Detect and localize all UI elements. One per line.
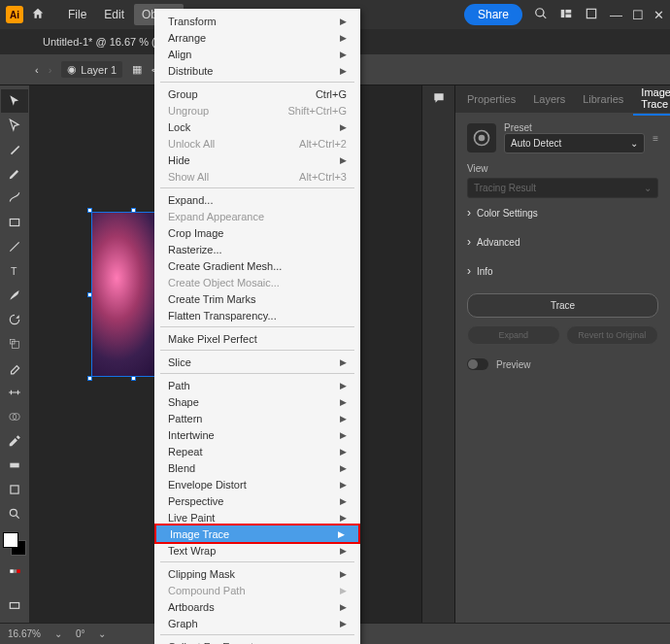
menu-item-image-trace[interactable]: Image Trace▶ (154, 524, 360, 544)
direct-selection-tool[interactable] (1, 114, 28, 137)
workspace-icon[interactable] (585, 7, 598, 22)
tab-properties[interactable]: Properties (459, 89, 523, 109)
menu-item-blend[interactable]: Blend▶ (154, 459, 360, 476)
artboard-tool[interactable] (1, 478, 28, 501)
menu-item-graph[interactable]: Graph▶ (154, 615, 360, 631)
preset-select[interactable]: Auto Detect⌄ (504, 133, 645, 153)
nav-prev-icon[interactable]: ‹ (35, 64, 39, 76)
menu-item-create-object-mosaic-: Create Object Mosaic... (154, 274, 360, 290)
menu-item-group[interactable]: GroupCtrl+G (154, 85, 360, 102)
handle-top-mid[interactable] (131, 208, 136, 213)
menu-item-compound-path: Compound Path▶ (154, 582, 360, 598)
preview-toggle[interactable] (467, 358, 488, 370)
menu-item-hide[interactable]: Hide▶ (154, 152, 360, 168)
eraser-tool[interactable] (1, 356, 28, 380)
tab-libraries[interactable]: Libraries (575, 89, 631, 109)
menu-item-repeat[interactable]: Repeat▶ (154, 443, 360, 459)
right-dock (421, 85, 454, 623)
menu-item-lock[interactable]: Lock▶ (154, 119, 360, 135)
svg-rect-11 (11, 486, 18, 493)
menu-item-create-trim-marks[interactable]: Create Trim Marks (154, 290, 360, 307)
menu-item-slice[interactable]: Slice▶ (154, 354, 360, 370)
zoom-tool[interactable] (1, 502, 28, 525)
section-info[interactable]: Info (467, 256, 658, 286)
menu-item-create-gradient-mesh-[interactable]: Create Gradient Mesh... (154, 257, 360, 274)
menu-item-collect-for-export[interactable]: Collect For Export▶ (154, 638, 360, 644)
menu-item-distribute[interactable]: Distribute▶ (154, 62, 360, 79)
menu-item-pattern[interactable]: Pattern▶ (154, 410, 360, 426)
comments-icon[interactable] (432, 91, 446, 107)
panel-menu-icon[interactable]: ≡ (653, 133, 658, 144)
menu-item-arrange[interactable]: Arrange▶ (154, 29, 360, 46)
menu-item-expand-[interactable]: Expand... (154, 191, 360, 208)
menu-item-expand-appearance: Expand Appearance (154, 208, 360, 224)
arrange-icon[interactable] (559, 7, 573, 22)
nav-next-icon[interactable]: › (49, 64, 52, 76)
line-tool[interactable] (1, 235, 28, 258)
zoom-level[interactable]: 16.67% (8, 628, 41, 639)
shape-builder-tool[interactable] (1, 405, 28, 428)
fill-stroke-swatches[interactable] (3, 532, 26, 556)
menu-item-artboards[interactable]: Artboards▶ (154, 598, 360, 615)
menu-item-perspective[interactable]: Perspective▶ (154, 492, 360, 509)
pen-tool[interactable] (1, 162, 28, 186)
svg-rect-3 (586, 9, 595, 17)
object-menu-dropdown: Transform▶Arrange▶Align▶Distribute▶Group… (154, 9, 360, 644)
search-icon[interactable] (534, 7, 548, 22)
menu-item-align[interactable]: Align▶ (154, 46, 360, 62)
width-tool[interactable] (1, 381, 28, 404)
screen-mode-icon[interactable] (1, 594, 28, 618)
svg-rect-13 (10, 569, 14, 573)
selection-tool[interactable] (1, 89, 28, 113)
handle-mid-left[interactable] (87, 292, 92, 297)
draw-mode-icon[interactable] (1, 562, 28, 586)
handle-bot-left[interactable] (87, 376, 92, 381)
minimize-icon[interactable]: — (610, 8, 622, 22)
tool-panel: T (0, 85, 29, 623)
rotate-tool[interactable] (1, 308, 28, 331)
menu-item-envelope-distort[interactable]: Envelope Distort▶ (154, 476, 360, 492)
tab-image-trace[interactable]: Image Trace (633, 83, 670, 116)
preview-label: Preview (496, 359, 531, 370)
wand-tool[interactable] (1, 138, 28, 161)
eyedropper-tool[interactable] (1, 429, 28, 453)
close-icon[interactable]: ✕ (653, 8, 664, 22)
paintbrush-tool[interactable] (1, 284, 28, 307)
menu-item-ungroup: UngroupShift+Ctrl+G (154, 102, 360, 119)
type-tool[interactable]: T (1, 259, 28, 283)
menu-file[interactable]: File (60, 4, 94, 25)
menu-item-transform[interactable]: Transform▶ (154, 13, 360, 29)
home-icon[interactable] (31, 7, 45, 22)
scale-tool[interactable] (1, 332, 28, 356)
menu-item-crop-image[interactable]: Crop Image (154, 224, 360, 241)
menu-item-shape[interactable]: Shape▶ (154, 393, 360, 410)
tab-layers[interactable]: Layers (525, 89, 573, 109)
menu-item-show-all: Show AllAlt+Ctrl+3 (154, 168, 360, 185)
menu-item-path[interactable]: Path▶ (154, 377, 360, 393)
revert-button: Revert to Original (566, 325, 659, 345)
menu-item-flatten-transparency-[interactable]: Flatten Transparency... (154, 307, 360, 323)
section-color-settings[interactable]: Color Settings (467, 198, 658, 227)
svg-text:T: T (11, 265, 17, 277)
layer-label: Layer 1 (81, 64, 117, 76)
rotation-angle[interactable]: 0° (76, 628, 85, 639)
gradient-tool[interactable] (1, 454, 28, 477)
curvature-tool[interactable] (1, 186, 28, 210)
share-button[interactable]: Share (464, 4, 522, 25)
maximize-icon[interactable]: ☐ (632, 8, 644, 22)
menu-item-clipping-mask[interactable]: Clipping Mask▶ (154, 565, 360, 582)
handle-top-left[interactable] (87, 208, 92, 213)
eye-icon: ◉ (67, 63, 77, 76)
fill-swatch[interactable] (3, 532, 18, 548)
rectangle-tool[interactable] (1, 211, 28, 234)
menu-edit[interactable]: Edit (96, 4, 132, 25)
handle-bot-mid[interactable] (131, 376, 136, 381)
section-advanced[interactable]: Advanced (467, 227, 658, 256)
trace-button[interactable]: Trace (467, 293, 658, 318)
menu-item-make-pixel-perfect[interactable]: Make Pixel Perfect (154, 330, 360, 347)
menu-item-rasterize-[interactable]: Rasterize... (154, 241, 360, 257)
layer-indicator[interactable]: ◉ Layer 1 (61, 61, 122, 78)
menu-item-text-wrap[interactable]: Text Wrap▶ (154, 542, 360, 559)
image-trace-panel: Properties Layers Libraries Image Trace … (454, 85, 670, 623)
menu-item-intertwine[interactable]: Intertwine▶ (154, 426, 360, 443)
